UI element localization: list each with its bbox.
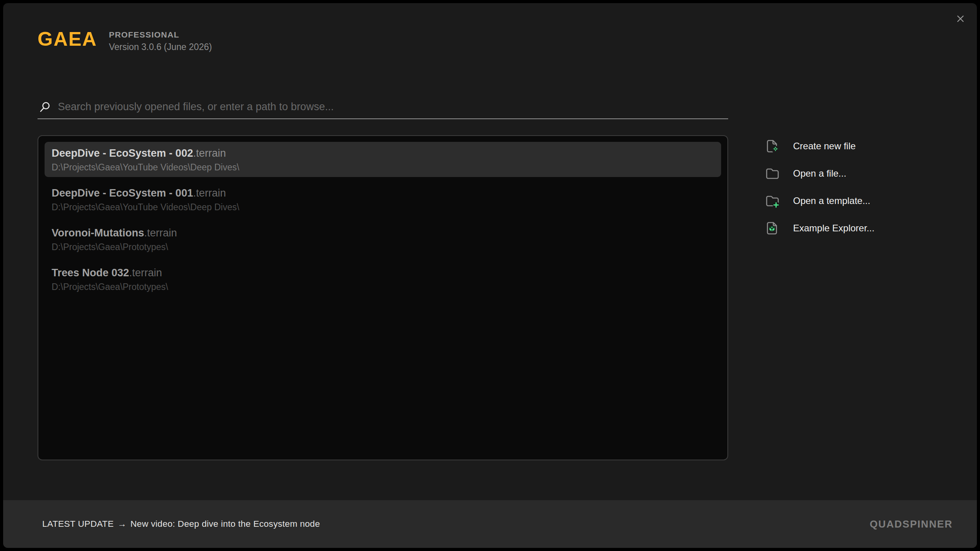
gaea-logo: GAEA — [38, 29, 97, 49]
action-label: Open a template... — [793, 195, 870, 206]
latest-update-label: LATEST UPDATE — [42, 519, 114, 529]
close-icon — [955, 13, 966, 24]
file-path: D:\Projects\Gaea\YouTube Videos\Deep Div… — [52, 202, 714, 213]
file-extension: .terrain — [144, 227, 177, 239]
file-path: D:\Projects\Gaea\Prototypes\ — [52, 242, 714, 252]
search-icon — [39, 101, 51, 113]
search-input[interactable] — [58, 101, 727, 113]
quick-actions: Create new file Open a file... Open a te… — [765, 137, 874, 238]
recent-file-item[interactable]: Trees Node 032.terrain D:\Projects\Gaea\… — [45, 261, 721, 297]
close-button[interactable] — [950, 9, 971, 29]
file-path: D:\Projects\Gaea\YouTube Videos\Deep Div… — [52, 162, 714, 173]
recent-file-item[interactable]: DeepDive - EcoSystem - 001.terrain D:\Pr… — [45, 182, 721, 217]
latest-update-text: New video: Deep dive into the Ecosystem … — [131, 519, 320, 529]
search-bar — [38, 98, 728, 119]
document-cube-icon — [765, 221, 780, 236]
quadspinner-logo: QUADSPINNER — [870, 518, 953, 530]
action-label: Example Explorer... — [793, 223, 874, 234]
new-file-sparkle-icon — [765, 139, 780, 154]
file-name: DeepDive - EcoSystem - 002.terrain — [52, 147, 714, 160]
action-label: Open a file... — [793, 168, 846, 179]
open-template-button[interactable]: Open a template... — [765, 191, 874, 210]
arrow-right-icon: → — [118, 519, 127, 529]
recent-files-list: DeepDive - EcoSystem - 002.terrain D:\Pr… — [38, 135, 728, 460]
file-name: DeepDive - EcoSystem - 001.terrain — [52, 187, 714, 200]
latest-update-link[interactable]: LATEST UPDATE→New video: Deep dive into … — [42, 519, 320, 529]
file-name: Voronoi-Mutations.terrain — [52, 227, 714, 240]
action-label: Create new file — [793, 141, 856, 152]
recent-file-item[interactable]: Voronoi-Mutations.terrain D:\Projects\Ga… — [45, 222, 721, 257]
file-name: Trees Node 032.terrain — [52, 267, 714, 279]
version-label: Version 3.0.6 (June 2026) — [109, 42, 212, 52]
file-path: D:\Projects\Gaea\Prototypes\ — [52, 281, 714, 292]
folder-plus-icon — [765, 193, 780, 208]
folder-icon — [765, 166, 780, 181]
file-extension: .terrain — [193, 187, 226, 199]
app-header: GAEA PROFESSIONAL Version 3.0.6 (June 20… — [38, 29, 212, 52]
file-extension: .terrain — [129, 267, 162, 279]
footer-bar: LATEST UPDATE→New video: Deep dive into … — [3, 500, 977, 548]
create-new-file-button[interactable]: Create new file — [765, 137, 874, 156]
edition-label: PROFESSIONAL — [109, 30, 212, 39]
file-extension: .terrain — [193, 147, 226, 159]
app-meta: PROFESSIONAL Version 3.0.6 (June 2026) — [109, 29, 212, 52]
welcome-window: GAEA PROFESSIONAL Version 3.0.6 (June 20… — [3, 3, 977, 548]
example-explorer-button[interactable]: Example Explorer... — [765, 219, 874, 238]
open-file-button[interactable]: Open a file... — [765, 164, 874, 183]
recent-file-item[interactable]: DeepDive - EcoSystem - 002.terrain D:\Pr… — [45, 142, 721, 177]
